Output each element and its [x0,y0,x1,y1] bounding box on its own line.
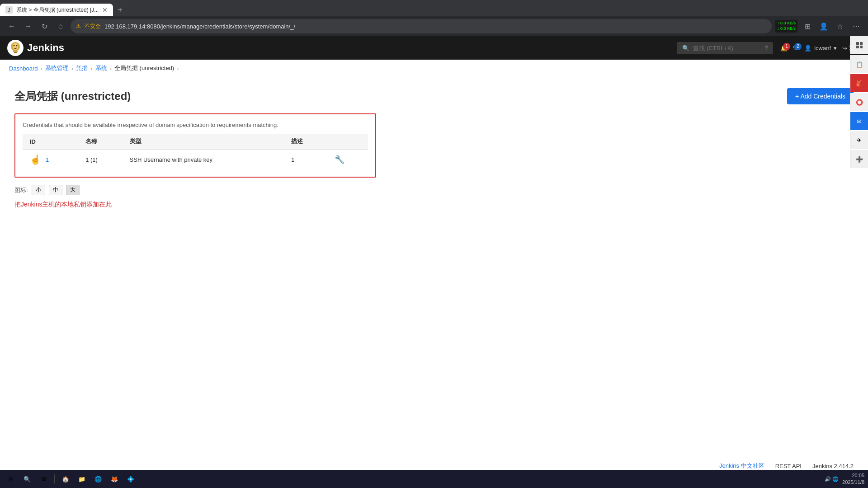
shield-button[interactable]: 🛡 2 [793,45,799,52]
user-dropdown-icon: ▾ [834,45,837,52]
version-label: Jenkins 2.414.2 [812,463,854,469]
settings-button[interactable]: ⋯ [850,20,863,33]
jenkins-header: Jenkins 🔍 ? 🔔 1 🛡 2 👤 lcwanf ▾ ↪ 注销 [0,36,868,60]
col-type: 类型 [123,134,284,150]
taskbar-separator [54,474,55,483]
search-icon: 🔍 [682,45,689,52]
credentials-description: Credentials that should be available irr… [23,122,368,128]
browser-tab[interactable]: J 系统 > 全局凭据 (unrestricted) [J... ✕ [0,4,113,16]
breadcrumb: Dashboard › 系统管理 › 凭据 › 系统 › 全局凭据 (unres… [0,60,868,77]
tab-favicon: J [5,6,13,14]
shield-badge: 2 [794,43,802,50]
breadcrumb-sep-4: › [110,65,112,72]
svg-rect-9 [860,46,863,48]
refresh-button[interactable]: ↻ [38,20,51,33]
breadcrumb-system[interactable]: 系统 [95,64,107,72]
svg-rect-7 [860,42,863,45]
jenkins-logo-icon [7,40,24,56]
taskbar-task-view[interactable]: ⧉ [36,472,51,486]
table-row: ☝ 1 1 (1) SSH Username with private key … [23,150,368,170]
row-id-cell: ☝ 1 [23,150,78,169]
taskbar-search[interactable]: 🔍 [20,472,34,486]
breadcrumb-current: 全局凭据 (unrestricted) [114,64,174,72]
notification-badge: 1 [783,43,790,50]
sidebar-icon-1[interactable] [850,36,868,54]
row-type-cell: SSH Username with private key [123,150,284,170]
community-link[interactable]: Jenkins 中文社区 [719,462,764,470]
profile-button[interactable]: 👤 [817,20,830,33]
credential-id-link[interactable]: 1 [46,156,49,163]
user-avatar-icon: 👤 [804,45,811,52]
tab-title: 系统 > 全局凭据 (unrestricted) [J... [16,6,99,14]
row-description-cell: 1 [284,150,327,170]
sidebar-icon-4[interactable]: ⭕ [850,93,868,111]
sidebar-icon-3[interactable]: 🎒 [850,74,868,92]
size-large-button[interactable]: 大 [66,185,80,195]
breadcrumb-system-admin[interactable]: 系统管理 [45,64,69,72]
add-credentials-button[interactable]: + Add Credentials [787,88,854,104]
credentials-table: ID 名称 类型 描述 ☝ 1 1 (1) SSH Username with … [23,134,368,169]
breadcrumb-sep-3: › [90,65,92,72]
page-title: 全局凭据 (unrestricted) [14,89,131,103]
icon-size-selector: 图标: 小 中 大 [14,185,854,195]
svg-rect-5 [14,52,17,53]
new-tab-button[interactable]: + [113,5,127,15]
back-button[interactable]: ← [5,20,18,33]
taskbar-clock: 20:05 2025/11/8 [842,472,864,486]
jenkins-logo-text: Jenkins [27,42,64,54]
svg-point-3 [16,45,18,47]
forward-button[interactable]: → [22,20,34,33]
taskbar-app-4[interactable]: 🦊 [107,472,122,486]
svg-rect-6 [856,42,859,45]
favorites-button[interactable]: ☆ [834,20,846,33]
col-name: 名称 [78,134,122,150]
breadcrumb-credentials[interactable]: 凭据 [76,64,88,72]
logout-icon: ↪ [842,45,847,52]
url-text: 192.168.179.14:8080/jenkins/manage/crede… [104,23,766,30]
search-box[interactable]: 🔍 ? [677,42,773,54]
taskbar-app-2[interactable]: 📁 [75,472,89,486]
user-menu[interactable]: 👤 lcwanf ▾ [804,45,837,52]
taskbar: ⊞ 🔍 ⧉ 🏠 📁 🌐 🦊 💠 🔊 🌐 20:05 2025/11/8 [0,470,868,488]
header-icons: 🔔 1 🛡 2 👤 lcwanf ▾ ↪ 注销 [780,44,861,52]
home-button[interactable]: ⌂ [54,20,67,33]
sidebar-icon-7[interactable]: ➕ [850,150,868,168]
taskbar-app-3[interactable]: 🌐 [91,472,105,486]
breadcrumb-sep-2: › [71,65,73,72]
search-help-icon: ? [764,45,768,51]
taskbar-app-5[interactable]: 💠 [123,472,138,486]
address-bar[interactable]: ⚠ 不安全 192.168.179.14:8080/jenkins/manage… [71,19,772,33]
edit-icon[interactable]: 🔧 [335,155,344,164]
page-footer: Jenkins 中文社区 REST API Jenkins 2.414.2 [719,462,854,470]
col-actions [327,134,368,150]
col-description: 描述 [284,134,327,150]
col-id: ID [23,134,78,150]
size-small-button[interactable]: 小 [32,185,45,195]
sidebar-icon-2[interactable]: 📋 [850,55,868,73]
fingerprint-icon: ☝ [30,154,41,165]
size-medium-button[interactable]: 中 [49,185,62,195]
tab-close-button[interactable]: ✕ [102,6,108,14]
row-name-cell: 1 (1) [78,150,122,170]
notifications-button[interactable]: 🔔 1 [780,45,788,52]
breadcrumb-sep-5: › [177,65,179,72]
network-indicator: ↑ 0.0 KB/s ↓ 0.0 KB/s [775,20,797,32]
jenkins-logo[interactable]: Jenkins [7,40,64,56]
extensions-button[interactable]: ⊞ [801,20,814,33]
sidebar-icon-5[interactable]: ✉ [850,112,868,130]
system-tray: 🔊 🌐 [825,476,839,482]
taskbar-start[interactable]: ⊞ [4,472,18,486]
rest-api-link[interactable]: REST API [775,463,802,469]
svg-rect-8 [856,46,859,48]
search-input[interactable] [693,45,761,52]
sidebar-icon-6[interactable]: ✈ [850,131,868,149]
taskbar-app-1[interactable]: 🏠 [58,472,73,486]
breadcrumb-dashboard[interactable]: Dashboard [9,65,38,72]
note-text: 把Jenkins主机的本地私钥添加在此 [14,201,854,209]
security-warning: ⚠ [76,23,81,29]
credentials-box: Credentials that should be available irr… [14,113,376,178]
svg-point-1 [13,43,18,50]
username-label: lcwanf [814,45,831,52]
icon-size-label: 图标: [14,186,28,194]
breadcrumb-sep-1: › [41,65,42,72]
